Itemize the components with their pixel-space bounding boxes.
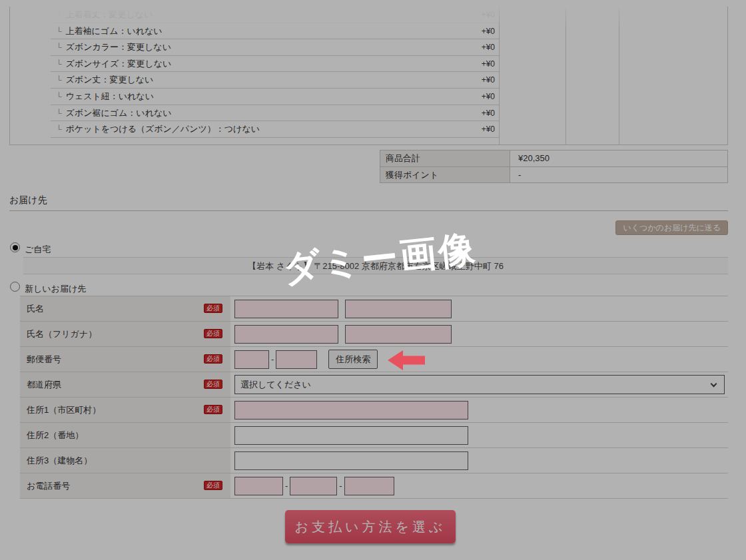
new-address-radio[interactable] [10, 282, 20, 292]
option-row: └ポケットをつける（ズボン／パンツ）：つけない+¥0 [51, 121, 499, 138]
postal-search-button[interactable]: 住所検索 [328, 350, 378, 369]
order-options-table: └上着着丈：変更しない+¥0└上着袖にゴム：いれない+¥0└ズボンカラー：変更し… [9, 7, 728, 145]
option-label: ズボンサイズ：変更しない [66, 59, 172, 69]
name-last-input[interactable] [234, 300, 338, 318]
option-label: ズボン丈：変更しない [66, 75, 154, 85]
form-row: 氏名必須 [20, 296, 728, 322]
new-address-label: 新しいお届け先 [25, 283, 86, 295]
tree-corner-icon: └ [56, 59, 62, 69]
option-label: ズボン裾にゴム：いれない [66, 108, 172, 118]
option-row: └ズボン丈：変更しない+¥0 [51, 72, 499, 89]
option-price: +¥0 [482, 105, 495, 122]
tree-corner-icon: └ [56, 10, 62, 19]
form-row: お電話番号必須-- [20, 473, 728, 499]
kana-first-input[interactable] [345, 325, 452, 344]
multi-address-button[interactable]: いくつかのお届け先に送る [615, 220, 728, 235]
option-price: +¥0 [482, 39, 495, 56]
address2-input[interactable] [234, 426, 468, 445]
prefecture-placeholder: 選択してください [240, 380, 311, 390]
required-badge: 必須 [204, 354, 222, 364]
phone-input-2[interactable] [290, 477, 337, 495]
separator: - [285, 481, 288, 491]
required-badge: 必須 [204, 405, 222, 414]
address1-input[interactable] [234, 401, 468, 420]
totals-table: 商品合計¥20,350獲得ポイント- [380, 150, 728, 183]
totals-row: 獲得ポイント- [380, 166, 727, 182]
tree-corner-icon: └ [56, 125, 62, 134]
totals-label: 商品合計 [380, 150, 510, 166]
home-address-row: 【岩本 さくら】 〒215-8002 京都府京都市右京区嵯峨上野中町 76 [23, 257, 728, 274]
kana-last-input[interactable] [234, 325, 338, 344]
form-row-inputs [234, 448, 728, 473]
form-row-inputs [234, 322, 728, 346]
option-row: └ウェスト紐：いれない+¥0 [51, 89, 499, 105]
option-price: +¥0 [482, 56, 495, 73]
section-title-delivery: お届け先 [9, 194, 47, 206]
required-badge: 必須 [204, 380, 222, 389]
option-label: ポケットをつける（ズボン／パンツ）：つけない [66, 124, 260, 134]
column-divider [619, 7, 619, 144]
option-label: 上着袖にゴム：いれない [66, 26, 163, 36]
separator: - [339, 481, 342, 491]
form-row: 住所1（市区町村）必須 [20, 398, 728, 423]
option-price: +¥0 [482, 89, 495, 105]
form-row-label: 住所1（市区町村）必須 [20, 398, 230, 422]
address-form: 氏名必須氏名（フリガナ）必須郵便番号必須-住所検索都道府県必須選択してください住… [20, 296, 728, 499]
name-first-input[interactable] [345, 300, 452, 318]
option-label: ズボンカラー：変更しない [66, 42, 171, 52]
phone-input-1[interactable] [234, 477, 283, 495]
form-row-label: 氏名（フリガナ）必須 [20, 322, 230, 346]
form-row-label: 都道府県必須 [20, 372, 230, 397]
option-price: +¥0 [482, 23, 495, 40]
form-row: 住所3（建物名） [20, 448, 728, 473]
form-row-inputs: -- [234, 473, 728, 498]
option-row: └ズボン裾にゴム：いれない+¥0 [51, 105, 499, 122]
option-label: ウェスト紐：いれない [66, 91, 154, 101]
home-address-label: ご自宅 [25, 244, 51, 256]
option-price: +¥0 [482, 72, 495, 89]
address3-input[interactable] [234, 451, 468, 470]
form-row: 住所2（番地） [20, 423, 728, 448]
option-row: └ズボンカラー：変更しない+¥0 [51, 39, 499, 56]
section-divider [9, 210, 728, 211]
column-divider [499, 7, 500, 144]
required-badge: 必須 [204, 481, 222, 490]
form-row-inputs: -住所検索 [234, 347, 728, 372]
form-row-label: 住所3（建物名） [20, 448, 230, 473]
form-row-inputs [234, 296, 728, 321]
form-row: 郵便番号必須-住所検索 [20, 347, 728, 372]
option-price: +¥0 [482, 121, 495, 138]
phone-input-3[interactable] [344, 477, 394, 495]
home-address-radio[interactable] [10, 242, 20, 252]
prefecture-select[interactable]: 選択してください [234, 375, 725, 394]
tree-corner-icon: └ [56, 27, 62, 36]
tree-corner-icon: └ [56, 75, 62, 85]
checkout-page: └上着着丈：変更しない+¥0└上着袖にゴム：いれない+¥0└ズボンカラー：変更し… [0, 0, 746, 560]
option-row: └ズボンサイズ：変更しない+¥0 [51, 56, 499, 73]
chevron-down-icon [711, 381, 717, 388]
totals-label: 獲得ポイント [380, 167, 510, 182]
form-row-label: 氏名必須 [20, 296, 230, 321]
form-row-inputs: 選択してください [234, 372, 728, 397]
tree-corner-icon: └ [56, 43, 62, 52]
required-badge: 必須 [204, 329, 222, 338]
form-row-inputs [234, 423, 728, 447]
form-row-label: 郵便番号必須 [20, 347, 230, 372]
tree-corner-icon: └ [56, 92, 62, 101]
choose-payment-button[interactable]: お支払い方法を選ぶ [285, 510, 456, 543]
postal-code-input-2[interactable] [276, 350, 317, 369]
option-row: └上着袖にゴム：いれない+¥0 [51, 23, 499, 40]
option-label: 上着着丈：変更しない [66, 9, 153, 19]
form-row: 都道府県必須選択してください [20, 372, 728, 398]
postal-code-input-1[interactable] [234, 350, 269, 369]
form-row: 氏名（フリガナ）必須 [20, 322, 728, 347]
totals-row: 商品合計¥20,350 [380, 150, 727, 166]
form-row-label: 住所2（番地） [20, 423, 230, 447]
column-divider [565, 7, 566, 144]
form-row-inputs [234, 398, 728, 422]
separator: - [271, 354, 274, 364]
required-badge: 必須 [204, 304, 222, 313]
option-rows: └上着着丈：変更しない+¥0└上着袖にゴム：いれない+¥0└ズボンカラー：変更し… [51, 7, 499, 138]
option-row: └上着着丈：変更しない+¥0 [51, 7, 499, 23]
totals-value: - [510, 167, 727, 182]
